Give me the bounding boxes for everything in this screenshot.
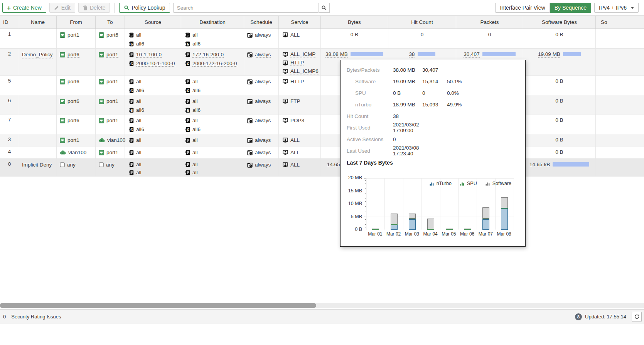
object-entry[interactable]: port1 xyxy=(60,136,79,144)
object-entry[interactable]: all xyxy=(185,148,198,157)
object-entry[interactable]: port6 xyxy=(60,97,79,105)
object-entry[interactable]: all xyxy=(185,77,198,86)
object-entry[interactable]: ALL xyxy=(283,161,300,169)
ip-version-dropdown[interactable]: IPv4 + IPv6 xyxy=(594,3,639,13)
object-entry[interactable]: all xyxy=(185,31,198,39)
policy-name[interactable]: Implicit Deny xyxy=(22,161,52,169)
policy-row-1[interactable]: 1port1port6all6all6all6all6alwaysALL0 B0… xyxy=(0,29,644,49)
object-entry[interactable]: port1 xyxy=(99,148,118,157)
object-entry[interactable]: all xyxy=(185,169,198,176)
object-entry[interactable]: HTTP xyxy=(283,59,304,67)
object-entry[interactable]: all xyxy=(185,161,198,168)
column-header-software-bytes[interactable]: Software Bytes xyxy=(523,16,596,29)
object-entry[interactable]: 6all6 xyxy=(185,40,201,48)
object-entry[interactable]: ALL_ICMP xyxy=(283,50,315,58)
object-entry[interactable]: POP3 xyxy=(283,116,304,125)
object-entry[interactable]: all xyxy=(185,136,198,144)
legend-item-software[interactable]: Software xyxy=(486,181,511,186)
object-entry[interactable]: port6 xyxy=(60,77,79,86)
object-entry[interactable]: port6 xyxy=(60,50,79,59)
object-entry[interactable]: any xyxy=(99,161,115,169)
object-entry[interactable]: all xyxy=(129,136,142,144)
edit-button[interactable]: Edit xyxy=(49,3,75,13)
object-entry[interactable]: always xyxy=(247,148,271,157)
policy-row-5[interactable]: 5port6port1all6all6all6all6alwaysHTTP0 B… xyxy=(0,76,644,95)
object-entry[interactable]: any xyxy=(60,161,76,169)
object-entry[interactable]: 6all6 xyxy=(185,86,201,94)
object-entry[interactable]: all xyxy=(129,161,142,168)
object-entry[interactable]: port1 xyxy=(99,50,118,59)
create-new-button[interactable]: + Create New xyxy=(2,3,46,13)
object-entry[interactable]: 6all6 xyxy=(129,125,144,133)
horizontal-scrollbar-track[interactable] xyxy=(0,303,644,308)
object-entry[interactable]: always xyxy=(247,116,271,125)
legend-item-spu[interactable]: SPU xyxy=(460,181,477,186)
policy-row-7[interactable]: 7port6port1all6all6all6all6alwaysPOP30 B… xyxy=(0,114,644,134)
object-entry[interactable]: port1 xyxy=(99,77,118,86)
object-entry[interactable]: all xyxy=(129,77,142,86)
column-header-service[interactable]: Service xyxy=(279,16,321,29)
object-entry[interactable]: vlan100 xyxy=(99,136,125,144)
object-entry[interactable]: all xyxy=(185,116,198,125)
column-header-to[interactable]: To xyxy=(96,16,125,29)
object-entry[interactable]: all xyxy=(129,97,142,105)
interface-pair-view-button[interactable]: Interface Pair View xyxy=(495,3,550,13)
policy-row-0[interactable]: 0Implicit DenyanyanyallallallallalwaysAL… xyxy=(0,159,644,177)
search-submit-button[interactable] xyxy=(319,3,330,13)
object-entry[interactable]: port1 xyxy=(99,97,118,105)
object-entry[interactable]: 6all6 xyxy=(185,125,201,133)
object-entry[interactable]: 6all6 xyxy=(129,106,144,114)
policy-row-6[interactable]: 6port6port1all6all6all6all6alwaysFTP0 B0… xyxy=(0,95,644,114)
object-entry[interactable]: 6all6 xyxy=(129,40,144,48)
object-entry[interactable]: port6 xyxy=(99,31,118,39)
object-entry[interactable]: all xyxy=(129,116,142,125)
column-header-id[interactable]: ID xyxy=(0,16,19,29)
object-entry[interactable]: 10-1-100-0 xyxy=(129,50,162,59)
object-entry[interactable]: 6all6 xyxy=(129,86,144,94)
search-input[interactable] xyxy=(173,3,319,13)
column-header-packets[interactable]: Packets xyxy=(456,16,523,29)
object-entry[interactable]: all xyxy=(129,148,142,157)
policy-row-2[interactable]: 2Demo_Policyport6port110-1-100-062000-10… xyxy=(0,49,644,76)
object-entry[interactable]: ALL_ICMP6 xyxy=(283,67,319,75)
security-rating-issues-link[interactable]: Security Rating Issues xyxy=(11,314,61,320)
refresh-button[interactable] xyxy=(632,312,642,322)
column-header-from[interactable]: From xyxy=(57,16,96,29)
object-entry[interactable]: all xyxy=(185,97,198,105)
object-entry[interactable]: 62000-10-1-100-0 xyxy=(129,59,175,67)
object-entry[interactable]: always xyxy=(247,31,271,39)
object-entry[interactable]: always xyxy=(247,97,271,105)
policy-name[interactable]: Demo_Policy xyxy=(22,50,53,59)
object-entry[interactable]: port1 xyxy=(99,116,118,125)
object-entry[interactable]: always xyxy=(247,50,271,59)
object-entry[interactable]: ALL xyxy=(283,31,300,39)
column-header-destination[interactable]: Destination xyxy=(181,16,244,29)
column-header-schedule[interactable]: Schedule xyxy=(244,16,279,29)
object-entry[interactable]: vlan100 xyxy=(60,148,86,157)
policy-row-3[interactable]: 3port1vlan100allallalwaysALL0 B000 B xyxy=(0,134,644,146)
policy-row-4[interactable]: 4vlan100port1allallalwaysALL0 B000 B xyxy=(0,146,644,159)
horizontal-scrollbar-thumb[interactable] xyxy=(0,303,316,308)
object-entry[interactable]: always xyxy=(247,161,271,169)
by-sequence-button[interactable]: By Sequence xyxy=(550,3,591,13)
object-entry[interactable]: 62000-172-16-200-0 xyxy=(185,59,237,67)
column-header-source[interactable]: Source xyxy=(125,16,181,29)
object-entry[interactable]: all xyxy=(129,169,142,176)
object-entry[interactable]: ALL xyxy=(283,136,300,144)
object-entry[interactable]: always xyxy=(247,136,271,144)
object-entry[interactable]: all xyxy=(129,31,142,39)
object-entry[interactable]: ALL xyxy=(283,148,300,157)
object-entry[interactable]: 6all6 xyxy=(185,106,201,114)
policy-lookup-button[interactable]: Policy Lookup xyxy=(119,3,170,13)
object-entry[interactable]: HTTP xyxy=(283,77,304,86)
object-entry[interactable]: port6 xyxy=(60,116,79,125)
delete-button[interactable]: Delete xyxy=(78,3,110,13)
object-entry[interactable]: FTP xyxy=(283,97,300,105)
column-header-bytes[interactable]: Bytes xyxy=(321,16,388,29)
legend-item-nturbo[interactable]: nTurbo xyxy=(430,181,452,186)
object-entry[interactable]: always xyxy=(247,77,271,86)
object-entry[interactable]: port1 xyxy=(60,31,79,39)
column-header-so[interactable]: So xyxy=(596,16,644,29)
column-header-hit-count[interactable]: Hit Count xyxy=(388,16,456,29)
column-header-name[interactable]: Name xyxy=(19,16,57,29)
